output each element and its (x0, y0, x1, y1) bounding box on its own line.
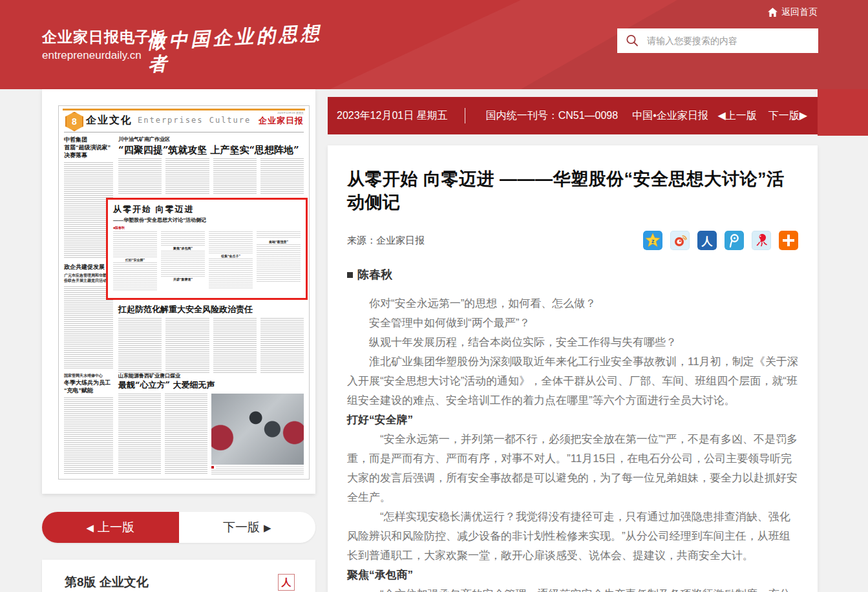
paper-photo-caption (211, 466, 304, 469)
paper-main-headline: “四聚四提”筑就攻坚 上产坚实“思想阵地” (118, 144, 304, 156)
newspaper-page-thumbnail-panel: 8 企业文化 Enterprises Culture 2023年12月1日 星期… (42, 89, 315, 494)
paper-headline: 中哲集团 (64, 136, 113, 143)
paper-headline: 首届“超级演说家” (64, 143, 113, 151)
article-paragraph: 纵观十年发展历程，结合本岗位实际，安全工作得与失有哪些？ (347, 333, 798, 352)
paper-masthead-name: 企业家日报 (259, 115, 304, 127)
paper-kicker: 国家管网天水维修中心 (64, 373, 113, 378)
svg-text:人: 人 (701, 235, 714, 248)
highlight-subhead: 开辟“新赛道” (161, 277, 205, 282)
page-number-badge: 8 (65, 112, 83, 131)
highlight-subhead: 聚焦“承包商” (161, 246, 205, 251)
issue-bar-divider (465, 108, 465, 123)
highlight-title: 从零开始 向零迈进 (113, 204, 301, 215)
search-input[interactable] (646, 28, 818, 54)
article-paragraph: 你对“安全永远第一”的思想，如何看、怎么做？ (347, 294, 798, 313)
publication-name: 中国•企业家日报 (632, 109, 708, 123)
highlight-subhead: 奏响“最强音” (257, 239, 301, 244)
issue-page-nav: ◀上一版 下一版▶ (717, 109, 807, 123)
paper-main-column: 川中油气矿南广作业区 “四聚四提”筑就攻坚 上产坚实“思想阵地” (118, 136, 304, 195)
highlight-subhead: 打好“安全牌” (113, 257, 157, 262)
article-paragraph: “怎样实现安稳长满优运行？我觉得没有捷径可走，只有通过加强隐患排查消缺、强化风险… (347, 507, 798, 566)
header-corner-decoration (818, 89, 868, 136)
article-panel: 从零开始 向零迈进 ———华塑股份“安全思想大讨论”活动侧记 来源：企业家日报 … (328, 145, 818, 592)
article-subheading: 打好“安全牌” (347, 410, 798, 430)
paper-top-rule (63, 109, 305, 111)
back-to-home-label: 返回首页 (781, 6, 818, 18)
issue-date: 2023年12月01日 星期五 (337, 109, 448, 123)
prev-page-label: 上一版 (98, 519, 134, 536)
paper-headline: 最靓“心立方” 大爱细无声 (118, 379, 304, 391)
article-paragraph: 安全管理中如何做到“两个最严”？ (347, 313, 798, 333)
sim-text-columns (118, 318, 304, 374)
tencent-weibo-share-icon[interactable] (752, 231, 771, 250)
article-paragraph: “全方位加强承包商的安全管理，逐级落实安全生产责任制及各项奖惩激励制度，充分发挥… (347, 585, 798, 592)
right-arrow-icon: ▶ (264, 523, 271, 533)
paper-kicker: 山东能源鲁西矿业唐口煤业 (118, 372, 304, 379)
share-bar: z 人 (643, 231, 798, 250)
search-box[interactable] (617, 28, 818, 53)
next-page-button[interactable]: 下一版 ▶ (179, 512, 316, 543)
next-page-label: 下一版 (223, 519, 260, 536)
pengyou-share-icon[interactable] (725, 231, 744, 250)
page-list-item[interactable]: 第8版 企业文化 人 (42, 560, 315, 592)
article-title: 从零开始 向零迈进 ———华塑股份“安全思想大讨论”活动侧记 (347, 167, 798, 214)
article-body: 你对“安全永远第一”的思想，如何看、怎么做？ 安全管理中如何做到“两个最严”？ … (347, 294, 798, 592)
article-author: 陈春秋 (357, 267, 392, 282)
article-author-row: 陈春秋 (347, 267, 798, 282)
paper-header-divider (64, 132, 304, 132)
back-to-home-link[interactable]: 返回首页 (768, 6, 818, 18)
left-arrow-icon: ◀ (86, 523, 94, 533)
newspaper-page-thumbnail[interactable]: 8 企业文化 Enterprises Culture 2023年12月1日 星期… (58, 105, 310, 480)
paper-section-title: 企业文化 (86, 114, 132, 127)
paper-section-title-en: Enterprises Culture (138, 116, 251, 125)
article-source: 来源：企业家日报 (347, 235, 425, 247)
page-list-label: 第8版 企业文化 (65, 574, 149, 591)
home-icon (768, 8, 778, 17)
qzone-share-icon[interactable]: z (643, 231, 662, 250)
renren-share-icon[interactable]: 人 (697, 231, 717, 250)
paper-photo (211, 394, 304, 465)
highlight-subhead: 征集“金点子” (209, 253, 253, 259)
issue-next-page-link[interactable]: 下一版▶ (768, 109, 807, 123)
highlight-columns: 打好“安全牌” 聚焦“承包商” 开辟“新赛道” 征集“金点子” (113, 231, 301, 291)
highlight-subtitle: ——华塑股份“安全思想大讨论”活动侧记 (113, 217, 301, 224)
prev-page-button[interactable]: ◀ 上一版 (42, 512, 179, 543)
more-share-icon[interactable] (779, 231, 798, 250)
article-paragraph: 淮北矿业集团华塑股份为深刻吸取近年来化工行业安全事故教训，11月初，制定《关于深… (347, 352, 798, 410)
caption-marker (211, 466, 214, 469)
sim-text-block (64, 397, 113, 475)
article-paragraph: “安全永远第一，并列第一都不行，必须把安全放在第一位”“严，不是有多凶、不是罚多… (347, 430, 798, 507)
site-header: 企业家日报电子版 entrepreneurdaily.cn 做中国企业的思想者 … (0, 0, 868, 89)
paper-headline: 扛起防范化解重大安全风险政治责任 (118, 304, 304, 315)
paper-masthead: 2023年12月1日 星期五 企业家日报 (259, 111, 304, 127)
site-slogan: 做中国企业的思想者 (146, 21, 335, 76)
highlighted-article-box[interactable]: 从零开始 向零迈进 ——华塑股份“安全思想大讨论”活动侧记 ■陈春秋 打好“安全… (106, 198, 308, 300)
thumbnail-pager: ◀ 上一版 下一版 ▶ (42, 512, 315, 543)
highlight-author: ■陈春秋 (113, 226, 301, 229)
page: 企业家日报电子版 entrepreneurdaily.cn 做中国企业的思想者 … (0, 0, 868, 592)
paper-headline: 决赛落幕 (64, 151, 113, 159)
paper-left-column: 中哲集团 首届“超级演说家” 决赛落幕 政企共建促发展 广元市应急管理局和华塑股… (64, 136, 113, 475)
paper-kicker: 川中油气矿南广作业区 (118, 136, 304, 143)
sim-text-columns (118, 158, 304, 195)
article-subheading: 聚焦“承包商” (347, 566, 798, 585)
article-source-row: 来源：企业家日报 z 人 (347, 229, 798, 251)
sina-weibo-share-icon[interactable] (670, 231, 690, 250)
publication-number: 国内统一刊号：CN51—0098 (486, 109, 619, 123)
pdf-download-icon[interactable]: 人 (278, 574, 295, 591)
author-bullet-marker (347, 272, 353, 278)
svg-text:z: z (651, 238, 655, 244)
paper-bottom-story: 山东能源鲁西矿业唐口煤业 最靓“心立方” 大爱细无声 (118, 372, 304, 475)
search-icon[interactable] (625, 34, 639, 48)
paper-headline: 冬季大练兵为员工“充电”赋能 (64, 379, 113, 394)
paper-mid-story: 扛起防范化解重大安全风险政治责任 (118, 304, 304, 374)
issue-prev-page-link[interactable]: ◀上一版 (717, 109, 756, 123)
issue-info-bar: 2023年12月01日 星期五 国内统一刊号：CN51—0098 中国•企业家日… (328, 97, 818, 134)
